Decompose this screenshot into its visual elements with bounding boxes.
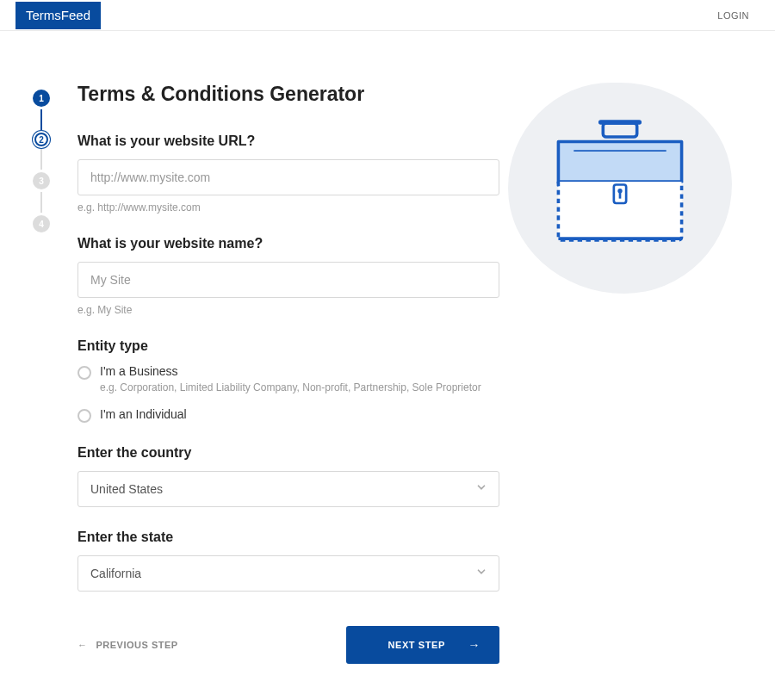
svg-rect-0: [603, 122, 636, 136]
arrow-right-icon: →: [468, 638, 480, 652]
step-2[interactable]: 2: [34, 133, 48, 146]
step-connector-1: [40, 109, 42, 130]
field-entity-type: Entity type I'm a Business e.g. Corporat…: [78, 338, 499, 423]
country-label: Enter the country: [78, 445, 499, 461]
state-label: Enter the state: [78, 530, 499, 545]
website-url-hint: e.g. http://www.mysite.com: [78, 201, 499, 214]
step-3[interactable]: 3: [33, 172, 50, 189]
step-1[interactable]: 1: [33, 90, 50, 107]
website-name-hint: e.g. My Site: [78, 304, 499, 316]
svg-rect-1: [598, 120, 642, 124]
step-4[interactable]: 4: [33, 215, 50, 232]
stepper: 1 2 3 4: [24, 83, 59, 664]
header: TermsFeed LOGIN: [0, 0, 775, 31]
entity-type-label: Entity type: [78, 338, 499, 354]
field-website-url: What is your website URL? e.g. http://ww…: [78, 133, 499, 214]
actions: ← PREVIOUS STEP NEXT STEP →: [78, 626, 499, 664]
logo-bold: Terms: [26, 8, 61, 22]
next-step-button[interactable]: NEXT STEP →: [346, 626, 499, 664]
state-select[interactable]: California: [78, 555, 499, 592]
briefcase-icon: [508, 83, 732, 294]
previous-step-label: PREVIOUS STEP: [96, 640, 178, 650]
previous-step-button[interactable]: ← PREVIOUS STEP: [78, 640, 178, 650]
login-link[interactable]: LOGIN: [717, 10, 749, 21]
illustration-area: [499, 83, 741, 664]
logo-light: Feed: [61, 8, 90, 22]
website-url-label: What is your website URL?: [78, 133, 499, 149]
arrow-left-icon: ←: [78, 640, 88, 650]
entity-option-business-row[interactable]: I'm a Business e.g. Corporation, Limited…: [78, 364, 499, 393]
field-website-name: What is your website name? e.g. My Site: [78, 236, 499, 316]
logo[interactable]: TermsFeed: [16, 2, 101, 29]
step-connector-2: [40, 149, 42, 170]
website-name-input[interactable]: [78, 262, 499, 298]
step-connector-3: [40, 192, 42, 213]
next-step-label: NEXT STEP: [365, 640, 468, 650]
page-title: Terms & Conditions Generator: [78, 83, 499, 106]
website-url-input[interactable]: [78, 159, 499, 195]
radio-icon[interactable]: [78, 409, 91, 423]
entity-option-individual-row[interactable]: I'm an Individual: [78, 407, 499, 423]
form-area: Terms & Conditions Generator What is you…: [78, 83, 499, 664]
country-select[interactable]: United States: [78, 471, 499, 507]
entity-option-individual-label: I'm an Individual: [100, 407, 499, 421]
field-state: Enter the state California: [78, 530, 499, 592]
entity-option-business-hint: e.g. Corporation, Limited Liability Comp…: [100, 381, 499, 393]
radio-icon[interactable]: [78, 366, 91, 380]
field-country: Enter the country United States: [78, 445, 499, 507]
entity-option-business-label: I'm a Business: [100, 364, 499, 378]
website-name-label: What is your website name?: [78, 236, 499, 251]
